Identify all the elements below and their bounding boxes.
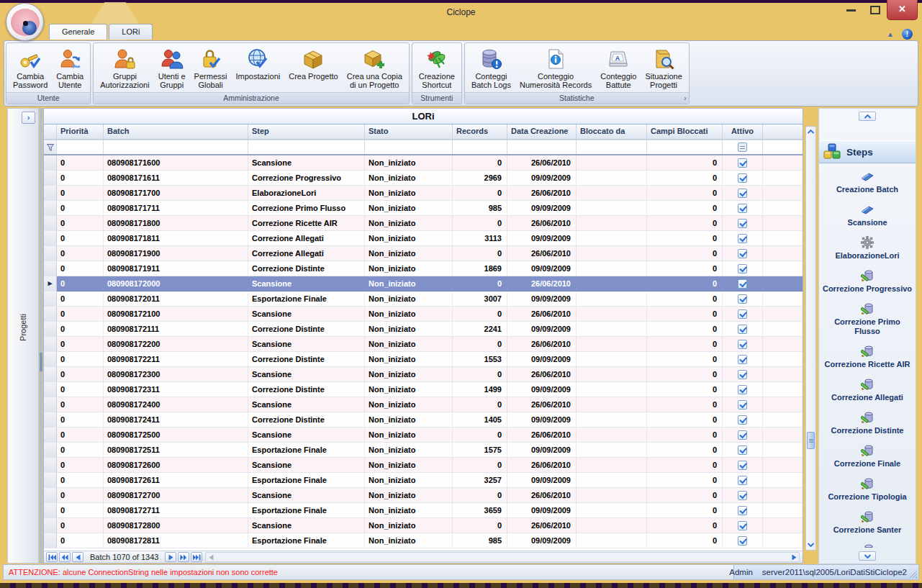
- attivo-checkbox[interactable]: [738, 476, 747, 485]
- table-row[interactable]: 0080908172411Correzione DistinteNon_iniz…: [44, 412, 803, 428]
- filter-cell-data-creazione[interactable]: [507, 140, 577, 154]
- attivo-checkbox[interactable]: [738, 189, 747, 198]
- step-item-creazione-batch[interactable]: Creazione Batch: [819, 166, 916, 199]
- step-item-correzione-finale[interactable]: Correzione Finale: [819, 440, 916, 474]
- table-row[interactable]: 0080908171600ScansioneNon_iniziato026/06…: [44, 155, 803, 171]
- conteggio-numerosit-records-button[interactable]: Conteggio Numerosità Records: [515, 44, 596, 92]
- attivo-checkbox[interactable]: [738, 309, 747, 319]
- step-item-correzione-tipologia[interactable]: Correzione Tipologia: [819, 474, 916, 507]
- tab-generale[interactable]: Generale: [49, 24, 107, 40]
- hscroll-left-icon[interactable]: [206, 553, 216, 561]
- column-header-priorit[interactable]: Priorità: [57, 125, 104, 139]
- column-header-step[interactable]: Step: [248, 125, 365, 139]
- pager-last-button[interactable]: [191, 552, 202, 562]
- vscroll-up-icon[interactable]: [806, 127, 815, 137]
- filter-cell-campi-bloccati[interactable]: [647, 140, 723, 154]
- attivo-checkbox[interactable]: [738, 415, 747, 425]
- table-row[interactable]: 0080908172111Correzione DistinteNon_iniz…: [44, 322, 803, 337]
- column-header-campi-bloccati[interactable]: Campi Bloccati: [647, 125, 723, 139]
- attivo-checkbox[interactable]: [738, 173, 747, 183]
- pager-prev-button[interactable]: [72, 552, 83, 562]
- horizontal-scrollbar[interactable]: [205, 552, 800, 562]
- table-row[interactable]: 0080908171900Correzione AllegatiNon_iniz…: [44, 246, 803, 261]
- filter-funnel-icon[interactable]: [44, 140, 57, 154]
- filter-cell-batch[interactable]: [104, 140, 248, 154]
- left-splitter[interactable]: [40, 108, 42, 564]
- resize-grip[interactable]: [909, 570, 917, 578]
- filter-cell-priorit[interactable]: [57, 140, 104, 154]
- attivo-checkbox[interactable]: [738, 204, 747, 213]
- table-row[interactable]: 0080908171700ElaborazioneLoriNon_iniziat…: [44, 186, 803, 201]
- table-row[interactable]: 0080908172700ScansioneNon_iniziato026/06…: [44, 488, 803, 503]
- step-item-correzione-primo-flusso[interactable]: Correzione Primo Flusso: [819, 299, 916, 341]
- table-row[interactable]: 0080908171911Correzione DistinteNon_iniz…: [44, 261, 803, 276]
- step-item-correzione-allegati[interactable]: Correzione Allegati: [819, 374, 916, 407]
- step-item-correzione-santer[interactable]: Correzione Santer: [819, 540, 916, 548]
- attivo-checkbox[interactable]: [738, 264, 747, 273]
- step-item-correzione-distinte[interactable]: Correzione Distinte: [819, 407, 916, 440]
- table-row[interactable]: 0080908172311Correzione DistinteNon_iniz…: [44, 382, 803, 397]
- pager-prev-page-button[interactable]: [59, 552, 71, 562]
- attivo-checkbox[interactable]: [738, 400, 747, 410]
- column-header-attivo[interactable]: Attivo: [723, 125, 763, 139]
- step-item-elaborazionelori[interactable]: ElaborazioneLori: [819, 232, 916, 266]
- gruppi-autorizzazioni-button[interactable]: Gruppi Autorizzazioni: [96, 44, 153, 92]
- step-item-correzione-progressivo[interactable]: Correzione Progressivo: [819, 266, 916, 299]
- table-row[interactable]: 0080908172011Esportazione FinaleNon_iniz…: [44, 291, 803, 307]
- attivo-checkbox[interactable]: [738, 234, 747, 243]
- table-row[interactable]: ▸0080908172000ScansioneNon_iniziato026/0…: [44, 276, 803, 291]
- attivo-checkbox[interactable]: [738, 370, 747, 379]
- cambia-password-button[interactable]: Cambia Password: [9, 44, 52, 92]
- expand-projects-button[interactable]: ›: [22, 112, 35, 124]
- column-header-records[interactable]: Records: [453, 125, 507, 139]
- tab-lori[interactable]: LORi: [109, 24, 153, 40]
- step-item-correzione-santer[interactable]: Correzione Santer: [819, 507, 916, 540]
- attivo-checkbox[interactable]: [738, 521, 747, 530]
- group-expander-icon[interactable]: ›: [684, 94, 687, 103]
- table-row[interactable]: 0080908172711Esportazione FinaleNon_iniz…: [44, 503, 803, 518]
- conteggi-batch-logs-button[interactable]: Conteggi Batch Logs: [467, 44, 515, 92]
- vscroll-thumb[interactable]: [807, 432, 815, 449]
- column-header-batch[interactable]: Batch: [104, 125, 248, 139]
- pager-next-page-button[interactable]: [178, 552, 189, 562]
- conteggio-battute-button[interactable]: AConteggio Battute: [596, 44, 641, 92]
- step-item-scansione[interactable]: Scansione: [819, 199, 916, 232]
- table-row[interactable]: 0080908172600ScansioneNon_iniziato026/06…: [44, 458, 803, 473]
- attivo-checkbox[interactable]: [738, 325, 747, 334]
- situazione-progetti-button[interactable]: Situazione Progetti: [641, 44, 686, 92]
- table-row[interactable]: 0080908171800Correzione Ricette AIRNon_i…: [44, 216, 803, 231]
- column-header-stato[interactable]: Stato: [365, 125, 453, 139]
- step-item-correzione-ricette-air[interactable]: Correzione Ricette AIR: [819, 341, 916, 374]
- maximize-button[interactable]: [870, 6, 880, 14]
- close-button[interactable]: ✕: [887, 0, 918, 20]
- attivo-filter-checkbox-icon[interactable]: [738, 143, 747, 152]
- attivo-checkbox[interactable]: [738, 249, 747, 258]
- filter-cell-attivo[interactable]: [723, 140, 763, 154]
- projects-collapsed-panel[interactable]: › Progetti: [7, 108, 39, 564]
- table-row[interactable]: 0080908172500ScansioneNon_iniziato026/06…: [44, 428, 803, 443]
- steps-scroll-up-button[interactable]: [859, 112, 876, 121]
- table-row[interactable]: 0080908172811Esportazione FinaleNon_iniz…: [44, 533, 803, 548]
- filter-cell-stato[interactable]: [365, 140, 453, 154]
- table-row[interactable]: 0080908172400ScansioneNon_iniziato026/06…: [44, 397, 803, 412]
- attivo-checkbox[interactable]: [738, 340, 747, 349]
- impostazioni-button[interactable]: Impostazioni: [231, 44, 284, 92]
- attivo-checkbox[interactable]: [738, 536, 747, 546]
- attivo-checkbox[interactable]: [738, 430, 747, 440]
- filter-cell-records[interactable]: [453, 140, 507, 154]
- table-row[interactable]: 0080908172211Correzione DistinteNon_iniz…: [44, 352, 803, 367]
- attivo-checkbox[interactable]: [738, 506, 747, 515]
- vertical-scrollbar[interactable]: [805, 126, 816, 551]
- table-row[interactable]: 0080908172100ScansioneNon_iniziato026/06…: [44, 307, 803, 322]
- minimize-button[interactable]: [846, 9, 856, 12]
- table-row[interactable]: 0080908171611Correzione ProgressivoNon_i…: [44, 171, 803, 186]
- steps-scroll-down-button[interactable]: [859, 551, 876, 561]
- table-row[interactable]: 0080908171711Correzione Primo FlussoNon_…: [44, 201, 803, 216]
- pager-next-button[interactable]: [165, 552, 176, 562]
- attivo-checkbox[interactable]: [738, 355, 747, 364]
- column-header-data-creazione[interactable]: Data Creazione: [507, 125, 577, 139]
- crea-progetto-button[interactable]: Crea Progetto: [284, 44, 342, 92]
- attivo-checkbox[interactable]: [738, 279, 747, 289]
- attivo-checkbox[interactable]: [738, 294, 747, 304]
- table-row[interactable]: 0080908171811Correzione AllegatiNon_iniz…: [44, 231, 803, 246]
